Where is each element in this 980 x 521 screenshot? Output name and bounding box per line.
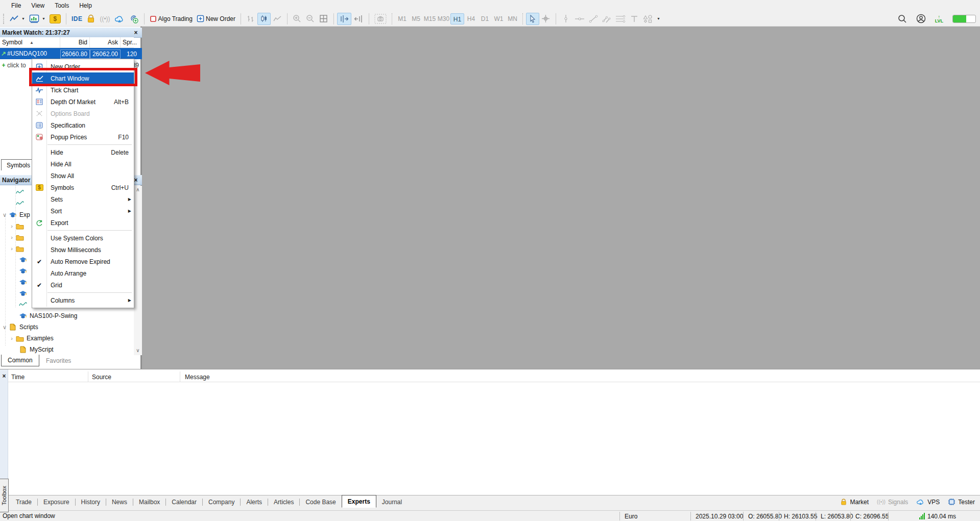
algo-trading-button[interactable]: Algo Trading: [148, 13, 195, 25]
tree-item-myscript[interactable]: MyScript: [0, 344, 134, 355]
vps-cloud-icon[interactable]: [112, 13, 127, 25]
scroll-up-icon[interactable]: ∧: [134, 187, 142, 192]
metaeditor-ide-button[interactable]: IDE: [69, 13, 85, 25]
menu-file[interactable]: File: [6, 1, 26, 10]
tree-item-nas100-p-swing[interactable]: NAS100-P-Swing: [0, 310, 134, 321]
auto-scroll-button[interactable]: [337, 13, 351, 25]
tab-journal[interactable]: Journal: [376, 497, 408, 508]
user-profile-icon[interactable]: [916, 14, 926, 23]
timeframe-h1[interactable]: H1: [450, 13, 464, 24]
menu-item-auto-remove-expired[interactable]: ✔ Auto Remove Expired: [32, 256, 134, 267]
menu-help[interactable]: Help: [74, 1, 97, 10]
fibonacci-tool[interactable]: [613, 13, 628, 25]
tile-windows-icon[interactable]: [317, 13, 330, 25]
chart-profiles-button[interactable]: ▼: [27, 13, 47, 25]
symbols-button[interactable]: $: [47, 13, 63, 25]
column-bid[interactable]: Bid: [60, 37, 90, 47]
zoom-in-icon[interactable]: [291, 13, 304, 25]
horizontal-line-tool[interactable]: [572, 13, 587, 25]
level-up-badge[interactable]: ↑ LVL: [935, 15, 943, 23]
menu-item-show-all[interactable]: Show All: [32, 170, 134, 182]
crosshair-tool-button[interactable]: [539, 13, 553, 25]
menu-item-use-system-colors[interactable]: Use System Colors: [32, 232, 134, 244]
menu-item-specification[interactable]: Specification: [32, 119, 134, 131]
scroll-down-icon[interactable]: ∨: [134, 348, 142, 353]
community-icon[interactable]: [127, 13, 141, 25]
column-time[interactable]: Time: [11, 371, 25, 382]
timeframe-m15[interactable]: M15: [423, 13, 437, 24]
bar-chart-mode-button[interactable]: [244, 13, 257, 25]
tab-trade[interactable]: Trade: [10, 497, 37, 508]
column-symbol[interactable]: Symbol ▲: [0, 37, 60, 47]
menu-tools[interactable]: Tools: [50, 1, 74, 10]
tab-alerts[interactable]: Alerts: [241, 497, 268, 508]
chevron-down-icon[interactable]: ▼: [657, 17, 660, 20]
market-bag-icon[interactable]: [84, 13, 98, 25]
close-icon[interactable]: ×: [132, 29, 140, 36]
candlestick-mode-button[interactable]: [257, 13, 271, 25]
navigator-scrollbar[interactable]: ∧ ∨: [134, 186, 142, 355]
chart-shift-button[interactable]: [351, 13, 366, 25]
column-spread[interactable]: Spr...: [121, 37, 134, 47]
timeframe-w1[interactable]: W1: [492, 13, 506, 24]
cursor-tool-button[interactable]: [526, 13, 539, 25]
menu-item-depth-of-market[interactable]: Depth Of Market Alt+B: [32, 96, 134, 108]
column-source[interactable]: Source: [92, 371, 111, 382]
channel-tool[interactable]: [600, 13, 613, 25]
menu-item-sort[interactable]: Sort ▶: [32, 205, 134, 217]
tab-mailbox[interactable]: Mailbox: [133, 497, 165, 508]
navigator-tab-common[interactable]: Common: [1, 355, 39, 366]
tester-button[interactable]: Tester: [948, 498, 975, 506]
menu-item-auto-arrange[interactable]: Auto Arrange: [32, 267, 134, 279]
tab-articles[interactable]: Articles: [268, 497, 299, 508]
expander-closed-icon[interactable]: ›: [8, 234, 15, 240]
line-chart-mode-button[interactable]: [271, 13, 284, 25]
zoom-out-icon[interactable]: [304, 13, 317, 25]
close-icon[interactable]: ×: [0, 373, 8, 380]
tab-code-base[interactable]: Code Base: [300, 497, 341, 508]
text-tool[interactable]: [628, 13, 641, 25]
chevron-down-icon[interactable]: ▼: [21, 17, 25, 20]
menu-item-hide[interactable]: Hide Delete: [32, 146, 134, 158]
column-ask[interactable]: Ask: [90, 37, 121, 47]
menu-view[interactable]: View: [26, 1, 50, 10]
expander-closed-icon[interactable]: ›: [8, 245, 15, 252]
timeframe-m30[interactable]: M30: [437, 13, 450, 24]
menu-item-columns[interactable]: Columns ▶: [32, 294, 134, 306]
level-progress-bar[interactable]: [952, 15, 976, 23]
expander-closed-icon[interactable]: ›: [8, 223, 15, 229]
tab-company[interactable]: Company: [203, 497, 240, 508]
toolbar-grip[interactable]: [3, 14, 6, 24]
timeframe-m5[interactable]: M5: [409, 13, 423, 24]
menu-item-symbols[interactable]: $ Symbols Ctrl+U: [32, 182, 134, 193]
market-button[interactable]: Market: [840, 499, 869, 506]
chevron-down-icon[interactable]: ▼: [42, 17, 45, 20]
screenshot-camera-icon[interactable]: [372, 13, 389, 25]
search-icon[interactable]: [898, 14, 907, 23]
menu-item-show-milliseconds[interactable]: Show Milliseconds: [32, 244, 134, 256]
symbol-row-usndaq100[interactable]: ↗ #USNDAQ100 26060.80 26062.00 120: [0, 48, 142, 59]
vertical-line-tool[interactable]: [559, 13, 572, 25]
trendline-tool[interactable]: [587, 13, 600, 25]
tree-item-examples[interactable]: ›Examples: [0, 333, 134, 344]
expander-open-icon[interactable]: ∨: [1, 324, 8, 331]
connection-status[interactable]: 140.04 ms: [919, 512, 956, 520]
signals-button[interactable]: ((•)) Signals: [877, 499, 908, 506]
signals-icon[interactable]: ((•)): [98, 13, 112, 25]
tree-item-scripts[interactable]: ∨Scripts: [0, 321, 134, 333]
new-chart-button[interactable]: ▼: [8, 13, 27, 25]
timeframe-h4[interactable]: H4: [464, 13, 478, 24]
tab-calendar[interactable]: Calendar: [166, 497, 202, 508]
timeframe-d1[interactable]: D1: [478, 13, 492, 24]
navigator-tab-favorites[interactable]: Favorites: [40, 355, 77, 366]
menu-item-popup-prices[interactable]: Popup Prices F10: [32, 131, 134, 143]
timeframe-m1[interactable]: M1: [395, 13, 409, 24]
tab-exposure[interactable]: Exposure: [38, 497, 75, 508]
menu-item-grid[interactable]: ✔ Grid: [32, 279, 134, 291]
shapes-tool[interactable]: ▼: [641, 13, 662, 25]
tab-experts[interactable]: Experts: [342, 495, 376, 508]
market-watch-tab-symbols[interactable]: Symbols: [1, 159, 36, 170]
tab-history[interactable]: History: [76, 497, 106, 508]
timeframe-mn[interactable]: MN: [506, 13, 519, 24]
expander-closed-icon[interactable]: ›: [8, 335, 15, 341]
